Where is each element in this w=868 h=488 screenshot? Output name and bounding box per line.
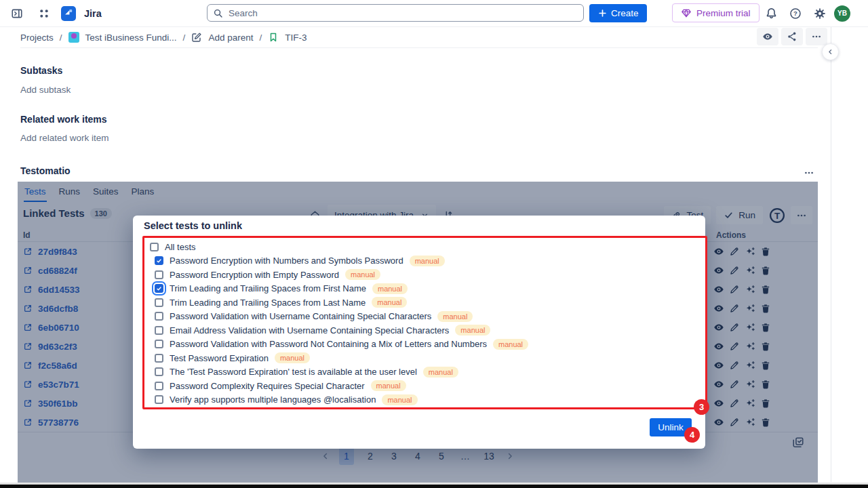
unlink-tests-modal: Select tests to unlink All tests Passwor… [133,216,705,449]
manual-badge: manual [493,339,528,350]
checkbox-label: Test Password Expiration [170,353,269,363]
help-icon [789,7,802,20]
checkbox-checked-focused[interactable] [155,284,163,293]
watch-button[interactable] [757,28,778,45]
more-actions-button[interactable] [806,28,827,45]
annotation-step-3: 3 [694,399,709,415]
checkbox-unchecked[interactable] [155,326,163,335]
search-icon [213,8,223,18]
manual-badge: manual [382,394,417,405]
add-subtask-button[interactable]: Add subtask [20,85,71,95]
test-checkbox-row[interactable]: Trim Leading and Trailing Spaces from Fi… [150,282,705,296]
manual-badge: manual [345,269,380,280]
manual-badge: manual [423,367,458,378]
share-button[interactable] [781,28,803,45]
eye-icon [762,31,773,42]
test-checkbox-row[interactable]: Email Address Validation with Username C… [150,323,705,338]
checkbox-unchecked[interactable] [155,367,163,376]
jira-logo-icon [62,7,75,20]
test-checkbox-row[interactable]: Password Encryption with Empty Password … [150,268,705,282]
testomatio-more-button[interactable] [799,163,819,183]
checkbox-unchecked[interactable] [155,340,163,348]
checkbox-label: All tests [165,242,196,252]
sidebar-toggle-button[interactable] [7,3,27,24]
manual-badge: manual [455,325,490,336]
breadcrumb: Projects / Test iBusiness Fundi... / Add… [20,28,307,47]
bookmark-icon [268,32,279,43]
checkbox-unchecked[interactable] [155,382,163,390]
notifications-button[interactable] [761,3,781,24]
all-tests-checkbox-row[interactable]: All tests [150,240,705,254]
check-icon [156,257,162,265]
test-checkbox-row[interactable]: Trim Leading and Trailing Spaces from La… [150,296,705,310]
test-checkbox-row[interactable]: Password Encryption with Numbers and Sym… [150,254,705,268]
add-related-work-item-button[interactable]: Add related work item [20,133,109,143]
subtasks-heading: Subtasks [20,65,62,76]
create-button-label: Create [611,8,639,18]
help-button[interactable] [785,3,806,24]
right-panel-divider [831,27,831,483]
test-checkbox-row[interactable]: Password Validation with Username Contai… [150,310,705,324]
checkbox-label: Trim Leading and Trailing Spaces from Fi… [170,283,366,293]
app-switcher-button[interactable] [34,3,54,24]
premium-trial-button[interactable]: Premium trial [672,3,760,22]
gear-icon [814,7,826,20]
annotation-step-4: 4 [684,427,700,443]
checkbox-label: Password Validation with Password Not Co… [170,339,487,349]
breadcrumb-project-link[interactable]: Test iBusiness Fundi... [85,33,177,43]
window-bottom-bar [0,485,868,488]
breadcrumb-projects-link[interactable]: Projects [20,33,54,43]
add-parent-button[interactable]: Add parent [208,33,253,43]
project-avatar-icon [68,32,79,43]
checkbox-label: Email Address Validation with Username C… [170,325,449,336]
annotation-highlight-box: All tests Password Encryption with Numbe… [142,236,707,409]
test-checkbox-row[interactable]: Verify app supports multiple languages @… [150,393,705,407]
premium-trial-label: Premium trial [696,8,751,18]
breadcrumb-separator: / [60,33,62,43]
app-name: Jira [84,8,102,19]
test-checkbox-row[interactable]: The 'Test Password Expiration' test is a… [150,365,705,380]
test-checkbox-row[interactable]: Password Validation with Password Not Co… [150,338,705,352]
checkbox-unchecked[interactable] [155,298,163,307]
test-checkbox-row[interactable]: Test Password Expiration manual [150,351,705,365]
gem-icon [681,7,692,18]
checkbox-unchecked[interactable] [155,312,163,321]
bell-icon [765,7,778,20]
manual-badge: manual [410,256,445,266]
check-icon [156,285,162,293]
issue-key-link[interactable]: TIF-3 [285,33,307,43]
app-grid-icon [38,7,50,20]
checkbox-label: Password Encryption with Empty Password [170,270,339,280]
global-search[interactable] [207,4,584,22]
edit-icon [191,32,202,43]
share-icon [787,31,797,42]
sidebar-toggle-icon [11,7,23,20]
checkbox-label: Password Complexity Requires Special Cha… [170,381,365,391]
manual-badge: manual [437,311,473,322]
search-input[interactable] [227,7,578,19]
plus-icon [597,8,608,18]
settings-button[interactable] [810,3,830,24]
checkbox-unchecked[interactable] [150,243,159,251]
checkbox-label: Password Validation with Username Contai… [170,311,431,321]
chevron-left-icon [827,47,834,56]
panel-collapse-button[interactable] [822,43,839,60]
checkbox-label: Password Encryption with Numbers and Sym… [170,256,403,266]
checkbox-unchecked[interactable] [155,354,163,363]
manual-badge: manual [372,297,407,308]
checkbox-checked[interactable] [155,256,163,265]
test-checkbox-row[interactable]: Password Complexity Requires Special Cha… [150,379,705,393]
breadcrumb-separator: / [259,33,262,43]
jira-logo[interactable] [61,6,76,21]
checkbox-label: Verify app supports multiple languages @… [170,394,376,405]
checkbox-unchecked[interactable] [155,270,163,279]
avatar[interactable]: YB [834,5,850,22]
more-icon [811,31,822,42]
more-icon [804,167,814,178]
breadcrumb-divider [20,47,818,48]
checkbox-label: Trim Leading and Trailing Spaces from La… [170,298,366,308]
create-button[interactable]: Create [589,4,647,22]
related-work-items-heading: Related work items [20,114,107,125]
checkbox-unchecked[interactable] [155,395,163,404]
manual-badge: manual [372,283,408,294]
